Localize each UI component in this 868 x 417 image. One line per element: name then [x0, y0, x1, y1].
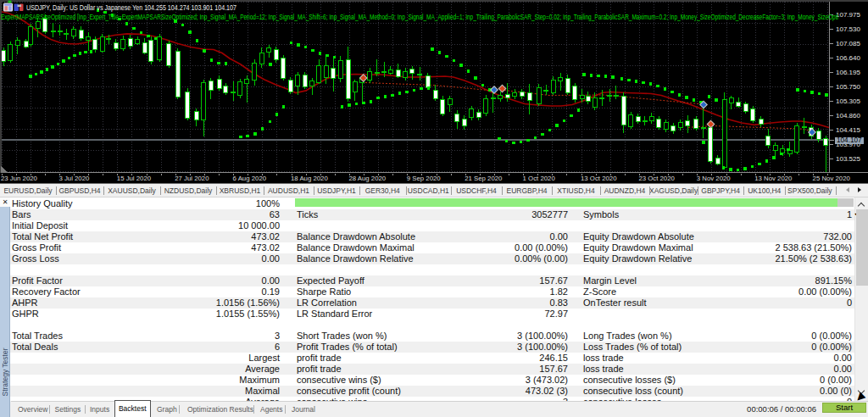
svg-text:104.107: 104.107: [837, 136, 862, 144]
svg-text:104.415: 104.415: [836, 126, 860, 134]
svg-text:1 Oct 2020: 1 Oct 2020: [523, 175, 556, 182]
svg-text:18 Aug 2020: 18 Aug 2020: [291, 175, 328, 182]
svg-text:23 Oct 2020: 23 Oct 2020: [638, 175, 675, 182]
svg-text:106.640: 106.640: [836, 54, 860, 62]
svg-text:106.195: 106.195: [836, 69, 860, 76]
svg-text:13 Oct 2020: 13 Oct 2020: [581, 175, 617, 182]
svg-text:9 Sep 2020: 9 Sep 2020: [407, 175, 442, 182]
svg-text:25 Nov 2020: 25 Nov 2020: [813, 175, 851, 182]
svg-text:USDJPY, Daily: US Dollar vs J: USDJPY, Daily: US Dollar vs Japanese Yen…: [26, 3, 236, 12]
svg-text:21 Sep 2020: 21 Sep 2020: [465, 175, 503, 182]
svg-text:28 Aug 2020: 28 Aug 2020: [348, 175, 386, 182]
svg-text:13 Nov 2020: 13 Nov 2020: [754, 175, 793, 182]
svg-text:15 Jul 2020: 15 Jul 2020: [117, 175, 152, 182]
svg-text:3 Jul 2020: 3 Jul 2020: [58, 175, 90, 182]
svg-text:107.085: 107.085: [836, 40, 860, 47]
svg-text:105.305: 105.305: [836, 97, 860, 105]
svg-text:ExpertMAPSARSizeOptimized [Inp: ExpertMAPSARSizeOptimized [Inp_Expert_Ti…: [1, 13, 838, 21]
svg-text:107.975: 107.975: [836, 11, 860, 19]
svg-text:23 Jun 2020: 23 Jun 2020: [1, 175, 38, 182]
svg-text:105.750: 105.750: [836, 83, 860, 91]
svg-text:27 Jul 2020: 27 Jul 2020: [175, 175, 209, 182]
svg-text:103.525: 103.525: [836, 155, 860, 163]
svg-text:104.860: 104.860: [836, 112, 860, 120]
svg-text:6 Aug 2020: 6 Aug 2020: [233, 175, 267, 182]
svg-text:107.530: 107.530: [836, 25, 860, 33]
svg-text:3 Nov 2020: 3 Nov 2020: [697, 175, 732, 182]
